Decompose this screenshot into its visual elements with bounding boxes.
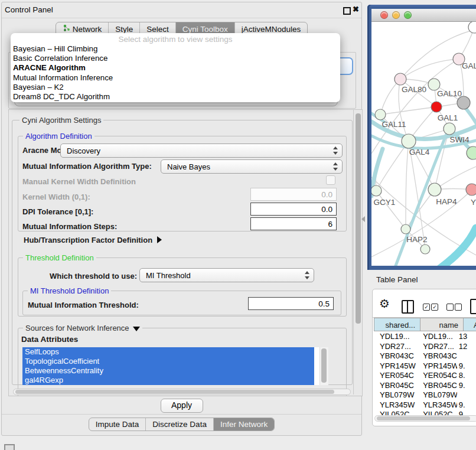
table-row[interactable]: YBR043CYBR043C — [374, 351, 476, 361]
dpi-tolerance-field[interactable]: 0.0 — [250, 203, 337, 216]
manual-kernel-width-checkbox[interactable] — [326, 175, 335, 185]
apply-button[interactable]: Apply — [161, 399, 203, 413]
table-cell[interactable]: 12 — [457, 342, 476, 352]
table-row[interactable]: YLR345WYLR345W9. — [374, 400, 476, 410]
table-cell[interactable]: YBR045C — [417, 381, 457, 391]
network-node-hap4[interactable] — [428, 183, 441, 196]
attribute-item-topologicalcoefficient[interactable]: TopologicalCoefficient — [22, 357, 314, 366]
tab-discretize-data[interactable]: Discretize Data — [145, 418, 213, 431]
network-node-gcy1[interactable] — [371, 185, 382, 196]
table-row[interactable]: YPR145WYPR145W9. — [374, 361, 476, 371]
zoom-window-icon[interactable] — [404, 11, 412, 19]
algorithm-option-mutual-information-inference[interactable]: Mutual Information Inference — [11, 73, 340, 83]
table-cell[interactable]: YLR345W — [417, 400, 457, 410]
float-panel-icon[interactable] — [343, 7, 351, 15]
checked-checkbox-icon[interactable]: ✓ — [423, 304, 430, 311]
mi-steps-label: Mutual Information Steps: — [22, 222, 117, 231]
table-cell[interactable] — [457, 390, 476, 400]
table-horizontal-scrollbar[interactable] — [374, 415, 476, 422]
mi-steps-field[interactable]: 6 — [250, 217, 337, 230]
attribute-item-betweennesscentrality[interactable]: BetweennessCentrality — [22, 366, 314, 376]
table-cell[interactable]: YLR345W — [374, 400, 417, 410]
table-cell[interactable]: YBL079W — [417, 390, 457, 400]
algorithm-option-dream8-dc-tdc-algorithm[interactable]: Dream8 DC_TDC Algorithm — [11, 92, 340, 102]
network-view[interactable]: GALGAL80GAL10GAL1GAL11SWI4GAL4GCY1HAP4YH… — [371, 22, 476, 266]
panel-divider-handle[interactable] — [361, 216, 365, 222]
unchecked-checkbox-icon[interactable] — [455, 304, 462, 311]
network-node[interactable] — [457, 96, 470, 109]
table-cell[interactable]: YDL19... — [374, 332, 417, 342]
mi-type-value: Naive Bayes — [167, 162, 210, 171]
network-node-y[interactable] — [466, 184, 476, 195]
network-node[interactable] — [467, 146, 476, 159]
mi-threshold-field[interactable]: 0.5 — [248, 297, 334, 310]
network-node-hap2[interactable] — [401, 224, 410, 234]
minimize-window-icon[interactable] — [392, 11, 400, 19]
vertical-scrollbar[interactable] — [353, 110, 362, 394]
table-row[interactable]: YBR045CYBR045C9. — [374, 381, 476, 391]
aracne-mode-combobox[interactable]: Discovery — [60, 144, 343, 158]
tab-infer-network[interactable]: Infer Network — [213, 418, 274, 431]
data-attributes-list[interactable]: SelfLoopsTopologicalCoefficientBetweenne… — [22, 347, 328, 385]
table-cell[interactable]: YBR043C — [417, 351, 457, 361]
table-cell[interactable]: YDR27... — [374, 342, 417, 352]
sources-title[interactable]: Sources for Network Inference — [23, 324, 142, 332]
node-label: GAL1 — [438, 113, 458, 122]
table-cell[interactable]: YBR045C — [374, 381, 417, 391]
list-scrollbar[interactable] — [319, 347, 328, 385]
columns-icon[interactable] — [402, 300, 414, 314]
table-cell[interactable]: YDL19... — [417, 332, 457, 342]
checked-checkbox-icon[interactable]: ✓ — [431, 304, 438, 311]
algorithm-option-basic-correlation-inference[interactable]: Basic Correlation Inference — [11, 54, 340, 63]
table-row[interactable]: YER054CYER054C8. — [374, 371, 476, 381]
kernel-width-field[interactable]: 0.0 — [250, 188, 337, 201]
table-cell[interactable]: 9. — [457, 381, 476, 391]
table-row[interactable]: YBL079WYBL079W — [374, 390, 476, 400]
table-cell[interactable]: 9. — [457, 361, 476, 371]
table-body: YDL19...YDL19...13YDR27...YDR27...12YBR0… — [374, 332, 476, 420]
algorithm-option-bayesian-k2[interactable]: Bayesian – K2 — [11, 83, 340, 92]
hub-section-toggle[interactable]: Hub/Transcription Factor Definition — [24, 236, 162, 244]
table-cell[interactable]: YPR145W — [374, 361, 417, 371]
network-node[interactable] — [420, 244, 430, 254]
table-cell[interactable]: YER054C — [374, 371, 417, 381]
table-row[interactable]: YDL19...YDL19...13 — [374, 332, 476, 342]
network-node-swi4[interactable] — [444, 123, 455, 135]
close-panel-icon[interactable]: ✖ — [353, 5, 359, 14]
table-cell[interactable]: YBR043C — [374, 351, 417, 361]
table-cell[interactable]: 8. — [457, 371, 476, 381]
column-header-a[interactable]: A — [464, 318, 476, 331]
network-node-gal4[interactable] — [402, 134, 416, 148]
gear-icon[interactable]: ⚙ — [379, 298, 390, 309]
algorithm-option-bayesian-hill-climbing[interactable]: Bayesian – Hill Climbing — [11, 44, 340, 54]
network-node-gal11[interactable] — [375, 109, 386, 120]
tab-impute-data[interactable]: Impute Data — [89, 418, 146, 431]
table-cell[interactable]: YBL079W — [374, 390, 417, 400]
aracne-mode-value: Discovery — [67, 146, 100, 155]
column-header-shared[interactable]: shared... — [374, 318, 420, 331]
table-cell[interactable]: YPR145W — [417, 361, 457, 371]
attribute-item-gal4rgexp[interactable]: gal4RGexp — [22, 376, 314, 385]
attribute-item-selfloops[interactable]: SelfLoops — [22, 347, 314, 357]
algorithm-option-aracne-algorithm[interactable]: ARACNE Algorithm — [11, 63, 340, 73]
floating-mini-icon[interactable] — [4, 444, 15, 450]
table-row[interactable]: YDR27...YDR27...12 — [374, 342, 476, 352]
which-threshold-combobox[interactable]: MI Threshold — [139, 268, 314, 282]
close-window-icon[interactable] — [380, 11, 388, 19]
table-cell[interactable]: 13 — [457, 332, 476, 342]
document-icon[interactable] — [470, 299, 476, 314]
mi-type-combobox[interactable]: Naive Bayes — [161, 159, 343, 174]
network-node-gal10[interactable] — [428, 79, 440, 90]
network-node-gal80[interactable] — [395, 73, 406, 85]
horizontal-scrollbar[interactable] — [13, 389, 351, 395]
unchecked-checkbox-icon[interactable] — [446, 304, 454, 311]
table-cell[interactable]: YER054C — [417, 371, 457, 381]
table-cell[interactable]: 9. — [457, 400, 476, 410]
stepper-icon — [305, 271, 309, 279]
table-cell[interactable] — [457, 351, 476, 361]
column-header-name[interactable]: name — [420, 318, 464, 331]
table-cell[interactable]: YDR27... — [417, 342, 457, 352]
network-icon — [63, 24, 70, 34]
network-node-gal1[interactable] — [431, 102, 442, 112]
network-window-titlebar[interactable] — [371, 9, 476, 22]
